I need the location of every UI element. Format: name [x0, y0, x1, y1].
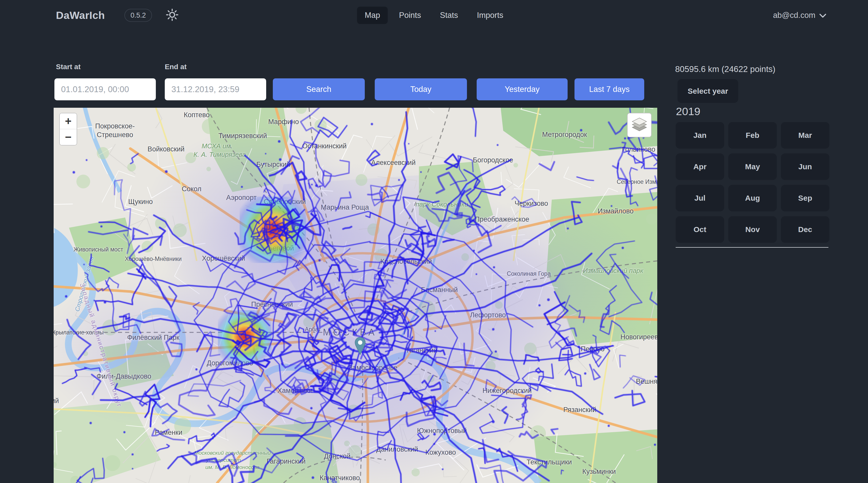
tab-stats[interactable]: Stats: [432, 7, 466, 24]
chevron-down-icon: [819, 11, 826, 20]
user-email: ab@cd.com: [773, 11, 815, 20]
tab-imports[interactable]: Imports: [469, 7, 511, 24]
month-grid: JanFebMarAprMayJunJulAugSepOctNovDec: [676, 122, 830, 243]
select-year-button[interactable]: Select year: [677, 79, 738, 103]
map-zoom-control: + −: [59, 113, 77, 146]
app-logo: DaWarIch: [56, 9, 105, 22]
month-button-nov[interactable]: Nov: [728, 216, 777, 243]
today-button[interactable]: Today: [375, 78, 467, 100]
zoom-out-button[interactable]: −: [60, 129, 76, 145]
month-button-sep[interactable]: Sep: [781, 185, 830, 212]
month-button-mar[interactable]: Mar: [781, 122, 830, 149]
dawarich-app: { "app": {"name": "DaWarIch", "version":…: [0, 0, 868, 483]
search-button[interactable]: Search: [273, 78, 365, 100]
month-button-jun[interactable]: Jun: [781, 154, 830, 180]
layers-icon: [631, 117, 648, 133]
user-menu[interactable]: ab@cd.com: [773, 11, 826, 20]
top-navbar: DaWarIch 0.5.2 Map Points Stats Imports …: [0, 0, 868, 31]
end-date-input[interactable]: [165, 78, 266, 100]
start-date-input[interactable]: [54, 78, 156, 100]
map-canvas[interactable]: Покровское-СтрешневоКоптевоМарфиноТимиря…: [54, 108, 657, 483]
start-at-label: Start at: [56, 63, 81, 71]
month-button-may[interactable]: May: [728, 154, 777, 180]
month-button-oct[interactable]: Oct: [676, 216, 724, 243]
main-nav-tabs: Map Points Stats Imports: [357, 7, 511, 24]
theme-toggle-button[interactable]: [165, 9, 179, 22]
distance-stats: 80595.6 km (24622 points): [675, 64, 776, 74]
last-7-days-button[interactable]: Last 7 days: [575, 78, 644, 100]
tab-points[interactable]: Points: [391, 7, 429, 24]
month-button-dec[interactable]: Dec: [781, 216, 830, 243]
year-heading: 2019: [676, 105, 701, 118]
month-button-apr[interactable]: Apr: [676, 154, 724, 180]
month-button-aug[interactable]: Aug: [728, 185, 777, 212]
yesterday-button[interactable]: Yesterday: [477, 78, 567, 100]
month-button-jan[interactable]: Jan: [676, 122, 724, 149]
end-at-label: End at: [165, 63, 187, 71]
layers-control-button[interactable]: [627, 113, 652, 137]
month-button-jul[interactable]: Jul: [676, 185, 724, 212]
version-badge: 0.5.2: [124, 9, 152, 22]
gps-track-layer: [54, 108, 657, 483]
tab-map[interactable]: Map: [357, 7, 388, 24]
location-pin-marker[interactable]: [354, 336, 366, 356]
sun-icon: [166, 9, 178, 22]
month-button-feb[interactable]: Feb: [728, 122, 777, 149]
sidebar-divider: [676, 247, 828, 248]
zoom-in-button[interactable]: +: [60, 114, 76, 129]
